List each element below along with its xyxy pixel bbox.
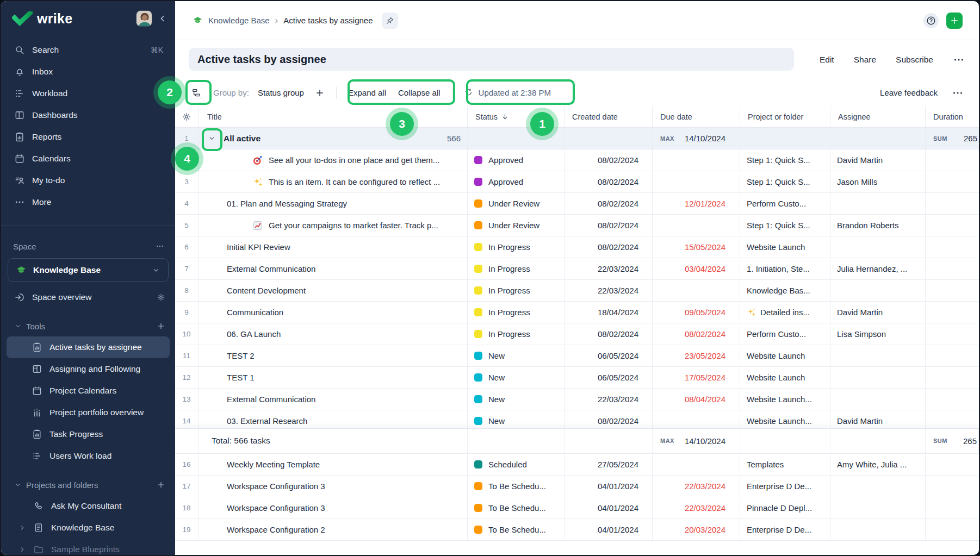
task-project-cell[interactable]: Knowledge Bas... (740, 280, 830, 301)
task-project-cell[interactable]: 1. Initiation, Ste... (740, 258, 830, 279)
table-row[interactable]: 8 Content Development In Progress 22/03/… (175, 280, 979, 302)
task-status-cell[interactable]: Under Review (468, 193, 565, 214)
task-status-cell[interactable]: In Progress (468, 323, 565, 345)
table-row[interactable]: 10 06. GA Launch In Progress 08/02/2024 … (175, 323, 979, 345)
task-project-cell[interactable]: Detailed ins... (740, 302, 830, 323)
sidebar-item-ask-my-consultant[interactable]: Ask My Consultant (7, 495, 170, 517)
table-row[interactable]: 19 Workspace Configuration 2 To Be Sched… (175, 519, 979, 541)
task-title-cell[interactable]: Workspace Configuration 3 (199, 497, 468, 518)
task-status-cell[interactable]: Under Review (468, 215, 565, 236)
task-project-cell[interactable]: Website Launch (740, 345, 830, 366)
space-selector[interactable]: Knowledge Base (8, 258, 169, 282)
column-header-status[interactable]: Status (468, 106, 565, 127)
task-title-cell[interactable]: Workspace Configuration 3 (199, 476, 468, 497)
share-button[interactable]: Share (854, 55, 876, 65)
leave-feedback-button[interactable]: Leave feedback (880, 88, 938, 97)
view-title-input[interactable]: Active tasks by assignee (189, 48, 794, 71)
sidebar-item-users-work-load[interactable]: Users Work load (7, 445, 170, 467)
column-header-title[interactable]: Title (199, 106, 468, 127)
sidebar-item-task-progress[interactable]: Task Progress (7, 423, 170, 445)
add-project-button[interactable] (157, 480, 165, 489)
expand-all-button[interactable]: Expand all (348, 88, 386, 97)
add-grouping-button[interactable] (315, 88, 325, 98)
task-title-cell[interactable]: 01. Plan and Messaging Strategy (199, 193, 468, 214)
task-project-cell[interactable]: Perform Custo... (740, 323, 830, 345)
sidebar-item-sample-blueprints[interactable]: Sample Blueprints (7, 539, 170, 556)
sidebar-item-search[interactable]: Search ⌘K (1, 39, 175, 61)
task-status-cell[interactable]: To Be Schedu... (468, 497, 565, 518)
sidebar-item-knowledge-base[interactable]: Knowledge Base (7, 517, 170, 539)
task-status-cell[interactable]: New (468, 345, 565, 366)
task-project-cell[interactable]: Step 1: Quick S... (740, 149, 830, 171)
sidebar-collapse-button[interactable] (158, 14, 168, 23)
create-new-button[interactable] (946, 13, 963, 29)
group-by-value[interactable]: Status group (258, 88, 304, 97)
collapse-all-button[interactable]: Collapse all (398, 88, 441, 97)
table-row[interactable]: 9 Communication In Progress 18/04/2024 0… (175, 302, 979, 323)
sidebar-item-active-tasks-by-assignee[interactable]: Active tasks by assignee (7, 336, 170, 358)
table-row[interactable]: 13 External Communication New 22/03/2024… (175, 389, 979, 410)
column-header-due-date[interactable]: Due date (653, 106, 740, 127)
task-project-cell[interactable]: Pinnacle D Depl... (740, 497, 830, 518)
task-status-cell[interactable]: Approved (468, 149, 565, 171)
task-status-cell[interactable]: Approved (468, 171, 565, 192)
table-row[interactable]: 18 Workspace Configuration 3 To Be Sched… (175, 497, 979, 519)
help-button[interactable] (923, 13, 939, 28)
subscribe-button[interactable]: Subscribe (896, 55, 933, 65)
task-project-cell[interactable]: Step 1: Quick S... (740, 171, 830, 192)
sidebar-item-workload[interactable]: Workload (1, 83, 175, 104)
add-tool-button[interactable] (157, 322, 165, 330)
breadcrumb-space-link[interactable]: Knowledge Base (208, 16, 270, 25)
sidebar-item-more[interactable]: More (1, 191, 175, 213)
table-row[interactable]: 5 Get your campaigns to market faster. T… (175, 215, 979, 236)
group-collapse-chevron[interactable] (204, 131, 219, 146)
task-status-cell[interactable]: In Progress (468, 236, 565, 258)
column-header-created-date[interactable]: Created date (565, 106, 653, 127)
task-title-cell[interactable]: Content Development (199, 280, 468, 301)
task-project-cell[interactable]: Website Launch... (740, 389, 830, 410)
edit-button[interactable]: Edit (820, 55, 834, 65)
sidebar-item-space-overview[interactable]: Space overview (1, 286, 175, 308)
space-more-icon[interactable] (156, 242, 164, 251)
table-row[interactable]: 7 External Communication In Progress 22/… (175, 258, 979, 280)
task-status-cell[interactable]: Scheduled (468, 454, 565, 475)
task-title-cell[interactable]: This is an item. It can be configured to… (199, 171, 468, 192)
group-by-icon-button[interactable] (187, 84, 206, 102)
tools-section-header[interactable]: Tools (1, 316, 175, 336)
sidebar-item-reports[interactable]: Reports (1, 126, 175, 148)
projects-section-header[interactable]: Projects and folders (1, 474, 175, 495)
sidebar-item-inbox[interactable]: Inbox (1, 61, 175, 83)
task-title-cell[interactable]: Initial KPI Review (199, 236, 468, 258)
task-status-cell[interactable]: New (468, 389, 565, 410)
task-status-cell[interactable]: To Be Schedu... (468, 476, 565, 497)
space-settings-gear-icon[interactable] (157, 293, 165, 302)
task-title-cell[interactable]: 06. GA Launch (199, 323, 468, 345)
sidebar-item-calendars[interactable]: Calendars (1, 148, 175, 170)
task-project-cell[interactable]: Website Launch (740, 236, 830, 258)
task-title-cell[interactable]: TEST 2 (199, 345, 468, 366)
column-header-duration[interactable]: Duration (926, 106, 979, 127)
table-settings-gear-icon[interactable] (175, 106, 199, 127)
task-status-cell[interactable]: To Be Schedu... (468, 519, 565, 540)
task-project-cell[interactable]: Enterprise D De... (740, 519, 830, 540)
task-title-cell[interactable]: External Communication (199, 389, 468, 410)
task-status-cell[interactable]: In Progress (468, 280, 565, 301)
table-row[interactable]: 6 Initial KPI Review In Progress 08/02/2… (175, 236, 979, 258)
table-row[interactable]: 2 See all your to-dos in one place and g… (175, 149, 979, 171)
table-row[interactable]: 3 This is an item. It can be configured … (175, 171, 979, 193)
task-project-cell[interactable]: Templates (740, 454, 830, 475)
table-row[interactable]: 11 TEST 2 New 06/05/2024 23/05/2024 Webs… (175, 345, 979, 367)
sidebar-item-dashboards[interactable]: Dashboards (1, 104, 175, 126)
task-project-cell[interactable]: Perform Custo... (740, 193, 830, 214)
sidebar-item-project-calendars[interactable]: Project Calendars (7, 380, 170, 402)
sidebar-item-project-portfolio-overview[interactable]: Project portfolio overview (7, 402, 170, 423)
title-more-button[interactable] (953, 54, 965, 66)
user-avatar[interactable] (136, 10, 152, 27)
table-row[interactable]: 4 01. Plan and Messaging Strategy Under … (175, 193, 979, 215)
task-title-cell[interactable]: Workspace Configuration 2 (199, 519, 468, 540)
task-title-cell[interactable]: Get your campaigns to market faster. Tra… (199, 215, 468, 236)
task-status-cell[interactable]: In Progress (468, 258, 565, 279)
column-header-assignee[interactable]: Assignee (830, 106, 926, 127)
sidebar-item-my-to-do[interactable]: My to-do (1, 170, 175, 191)
table-row[interactable]: 17 Workspace Configuration 3 To Be Sched… (175, 476, 979, 497)
